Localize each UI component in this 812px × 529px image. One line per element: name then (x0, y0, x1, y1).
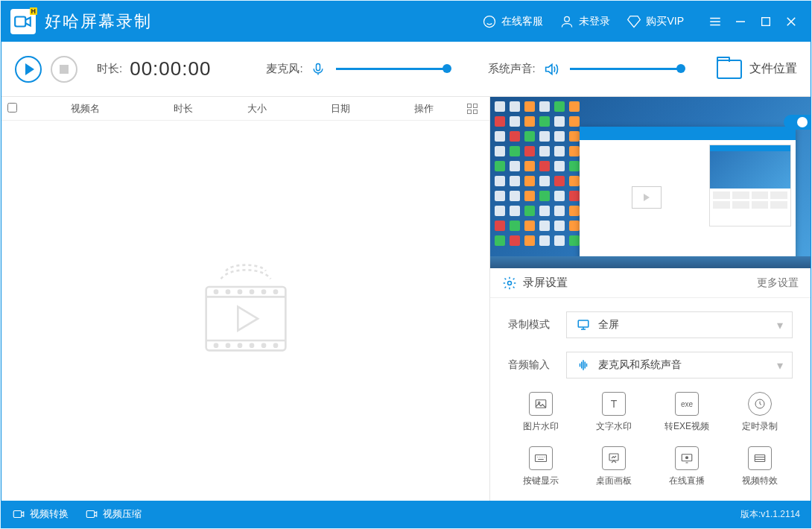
feature-label: 按键显示 (523, 475, 559, 487)
svg-rect-25 (536, 455, 547, 462)
menu-icon (708, 15, 722, 28)
customer-service-label: 在线客服 (501, 15, 543, 28)
empty-film-icon (186, 251, 305, 370)
statusbar: 视频转换 视频压缩 版本:v1.1.2114 (1, 501, 811, 528)
audio-input-select[interactable]: 麦克风和系统声音 ▾ (566, 352, 793, 378)
svg-point-11 (250, 291, 253, 294)
right-pane: 录屏设置 更多设置 录制模式 全屏 ▾ 音频输入 (490, 97, 811, 501)
screen-preview[interactable] (490, 97, 811, 268)
chevron-down-icon: ▾ (777, 318, 783, 332)
close-button[interactable] (781, 11, 802, 32)
image-icon (529, 392, 553, 416)
speaker-slider[interactable] (570, 68, 682, 70)
mic-label: 麦克风: (266, 62, 302, 76)
svg-rect-4 (316, 63, 320, 70)
svg-point-12 (262, 291, 265, 294)
customer-service-link[interactable]: 在线客服 (482, 14, 543, 29)
folder-icon (717, 60, 742, 79)
feature-live-stream[interactable]: 在线直播 (654, 446, 720, 487)
stop-icon (60, 65, 69, 74)
record-mode-label: 录制模式 (508, 318, 566, 332)
feature-video-effects[interactable]: 视频特效 (727, 446, 793, 487)
draw-icon (602, 446, 626, 470)
maximize-icon (760, 16, 772, 28)
stream-icon (675, 446, 699, 470)
minimize-button[interactable] (730, 11, 751, 32)
version-label: 版本:v1.1.2114 (740, 508, 800, 521)
monitor-icon (576, 318, 591, 332)
preview-toggle[interactable] (784, 115, 811, 130)
speaker-icon[interactable] (543, 61, 559, 77)
minimize-icon (734, 15, 747, 28)
logo-badge: H (30, 7, 38, 15)
feature-exe-convert[interactable]: exe 转EXE视频 (654, 392, 720, 433)
toolbar: 时长: 00:00:00 麦克风: 系统声音: 文件位置 (1, 42, 811, 97)
duration-value: 00:00:00 (130, 57, 211, 80)
play-record-button[interactable] (15, 56, 42, 83)
svg-point-1 (484, 16, 495, 28)
empty-list-area (1, 121, 489, 501)
svg-rect-30 (13, 511, 22, 518)
svg-point-8 (215, 291, 218, 294)
feature-label: 视频特效 (742, 475, 778, 487)
feature-label: 桌面画板 (596, 475, 632, 487)
video-compress-label: 视频压缩 (103, 507, 142, 521)
feature-label: 转EXE视频 (664, 420, 709, 433)
keyboard-icon (529, 446, 553, 470)
svg-rect-31 (86, 511, 95, 518)
feature-keystroke-display[interactable]: 按键显示 (508, 446, 574, 487)
col-operation: 操作 (387, 102, 461, 115)
col-duration: 时长 (146, 102, 221, 115)
col-size: 大小 (220, 102, 294, 115)
mic-slider[interactable] (336, 68, 448, 70)
diamond-icon (627, 14, 641, 29)
feature-label: 定时录制 (742, 420, 778, 433)
svg-point-15 (226, 344, 229, 347)
clock-icon (748, 392, 772, 416)
settings-title: 录屏设置 (523, 276, 757, 290)
feature-label: 在线直播 (669, 475, 705, 487)
video-convert-link[interactable]: 视频转换 (12, 507, 69, 521)
compress-icon (85, 507, 98, 521)
svg-point-9 (226, 291, 229, 294)
speaker-label: 系统声音: (488, 62, 536, 76)
maximize-button[interactable] (755, 11, 776, 32)
svg-point-19 (274, 344, 277, 347)
select-all-checkbox[interactable] (7, 103, 17, 113)
feature-scheduled-record[interactable]: 定时录制 (727, 392, 793, 433)
menu-button[interactable] (705, 11, 726, 32)
feature-text-watermark[interactable]: T 文字水印 (581, 392, 647, 433)
feature-desktop-draw[interactable]: 桌面画板 (581, 446, 647, 487)
app-logo: H (10, 9, 36, 34)
svg-rect-0 (15, 17, 25, 27)
svg-point-20 (508, 281, 512, 285)
svg-rect-29 (755, 455, 765, 462)
col-name: 视频名 (25, 102, 146, 115)
grid-view-button[interactable] (461, 104, 483, 114)
file-location-button[interactable]: 文件位置 (717, 60, 797, 79)
audio-input-label: 音频输入 (508, 358, 566, 372)
svg-point-14 (215, 344, 218, 347)
play-icon (25, 63, 34, 75)
svg-rect-21 (578, 320, 589, 327)
svg-point-16 (238, 344, 241, 347)
col-date: 日期 (294, 102, 387, 115)
mic-icon[interactable] (311, 62, 326, 77)
text-icon: T (602, 392, 626, 416)
buy-vip-label: 购买VIP (646, 15, 684, 28)
svg-point-17 (250, 344, 253, 347)
audio-wave-icon (576, 358, 591, 372)
folder-label: 文件位置 (749, 61, 797, 77)
more-settings-link[interactable]: 更多设置 (757, 276, 799, 290)
stop-button[interactable] (51, 56, 77, 83)
grid-icon (467, 104, 478, 114)
video-list-pane: 视频名 时长 大小 日期 操作 (1, 97, 490, 501)
feature-label: 图片水印 (523, 420, 559, 433)
buy-vip-link[interactable]: 购买VIP (627, 14, 684, 29)
record-mode-select[interactable]: 全屏 ▾ (566, 311, 793, 338)
feature-image-watermark[interactable]: 图片水印 (508, 392, 574, 433)
gear-icon (502, 276, 517, 291)
video-compress-link[interactable]: 视频压缩 (85, 507, 142, 521)
login-link[interactable]: 未登录 (559, 14, 610, 29)
feature-label: 文字水印 (596, 420, 632, 433)
